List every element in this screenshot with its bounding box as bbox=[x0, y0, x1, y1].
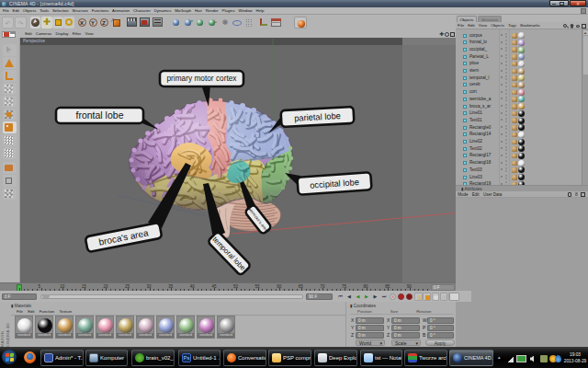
svg-text:temporal lobe: temporal lobe bbox=[211, 236, 247, 272]
svg-text:primary motor cortex: primary motor cortex bbox=[166, 74, 237, 83]
svg-text:frontal lobe: frontal lobe bbox=[76, 109, 124, 121]
